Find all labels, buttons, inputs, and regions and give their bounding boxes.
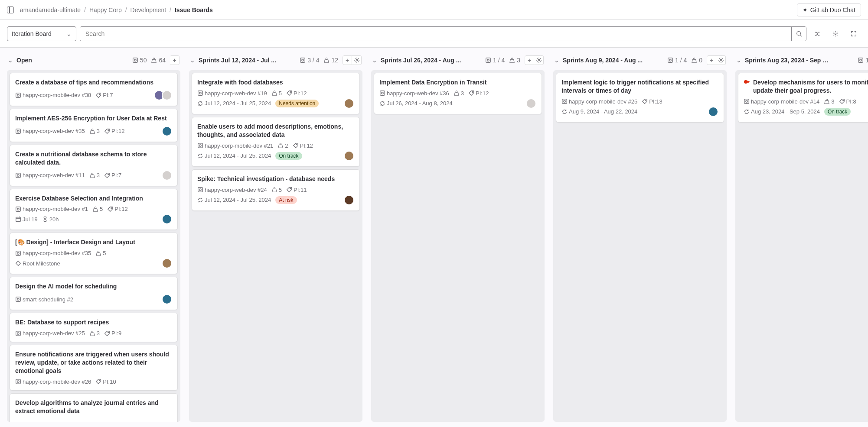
column-body[interactable]: Integrate with food databaseshappy-corp-… bbox=[189, 70, 362, 422]
avatar[interactable] bbox=[162, 214, 172, 224]
card-weight: 5 bbox=[271, 187, 282, 193]
issue-card[interactable]: Implement AES-256 Encryption for User Da… bbox=[10, 109, 178, 142]
breadcrumb-item[interactable]: Issue Boards bbox=[175, 6, 213, 13]
avatar[interactable] bbox=[162, 258, 172, 268]
avatar[interactable] bbox=[344, 195, 354, 205]
issue-card[interactable]: Ensure notifications are triggered when … bbox=[10, 345, 178, 391]
assignee-avatars[interactable] bbox=[526, 98, 536, 109]
svg-point-0 bbox=[796, 31, 800, 35]
issue-card[interactable]: Exercise Database Selection and Integrat… bbox=[10, 189, 178, 230]
issue-card[interactable]: Develop algorithms to analyze journal en… bbox=[10, 393, 178, 422]
issue-card[interactable]: Create a nutritional database schema to … bbox=[10, 145, 178, 186]
assignee-avatars[interactable] bbox=[708, 107, 718, 117]
breadcrumb-item[interactable]: amandarueda-ultimate bbox=[20, 6, 81, 13]
issues-count: 1 / 4 bbox=[485, 57, 505, 64]
issue-card[interactable]: Spike: Technical investigation - databas… bbox=[192, 169, 360, 211]
column-body[interactable]: Implement Data Encryption in Transithapp… bbox=[371, 70, 545, 422]
svg-rect-57 bbox=[380, 91, 385, 96]
search-button[interactable] bbox=[791, 27, 806, 41]
column-body[interactable]: Develop mechanisms for users to monitor … bbox=[735, 70, 868, 422]
svg-point-33 bbox=[108, 332, 109, 333]
sidebar-toggle-icon[interactable] bbox=[7, 6, 14, 13]
chevron-down-icon[interactable]: ⌄ bbox=[190, 57, 195, 64]
add-issue-button[interactable]: + bbox=[525, 55, 534, 65]
avatar[interactable] bbox=[344, 98, 354, 109]
add-issue-button[interactable]: + bbox=[707, 55, 716, 65]
column-settings-button[interactable] bbox=[716, 55, 726, 65]
duo-chat-button[interactable]: ✦ GitLab Duo Chat bbox=[797, 3, 861, 16]
status-badge: Needs attention bbox=[275, 100, 319, 107]
avatar[interactable] bbox=[162, 126, 172, 136]
iteration-dates: Jul 26, 2024 - Aug 8, 2024 bbox=[379, 100, 453, 107]
avatar[interactable] bbox=[162, 90, 172, 100]
project-ref: happy-corp-web-dev #11 bbox=[15, 172, 85, 178]
card-label: PI:7 bbox=[104, 172, 121, 178]
iteration-dates: Jul 12, 2024 - Jul 25, 2024 bbox=[197, 197, 271, 203]
assignee-avatars[interactable] bbox=[162, 214, 172, 224]
add-issue-button[interactable]: + bbox=[170, 55, 179, 65]
assignee-avatars[interactable] bbox=[344, 151, 354, 161]
column-body[interactable]: Create a database of tips and recommenda… bbox=[7, 70, 180, 422]
project-ref: happy-corp-mobile-dev #35 bbox=[15, 250, 91, 256]
avatar[interactable] bbox=[708, 107, 718, 117]
sparkle-icon: ✦ bbox=[803, 6, 808, 13]
card-weight: 5 bbox=[271, 90, 282, 97]
search-input[interactable] bbox=[80, 27, 791, 41]
avatar[interactable] bbox=[526, 98, 536, 109]
issue-card[interactable]: BE: Database to support recipeshappy-cor… bbox=[10, 313, 178, 342]
fullscreen-button[interactable] bbox=[846, 26, 861, 41]
chevron-down-icon[interactable]: ⌄ bbox=[736, 57, 741, 64]
assignee-avatars[interactable] bbox=[344, 98, 354, 109]
column-settings-button[interactable] bbox=[534, 55, 544, 65]
board-selector[interactable]: Iteration Board ⌄ bbox=[7, 26, 76, 41]
issue-card[interactable]: Create a database of tips and recommenda… bbox=[10, 73, 178, 106]
chevron-down-icon[interactable]: ⌄ bbox=[554, 57, 559, 64]
card-title: Spike: Technical investigation - databas… bbox=[197, 175, 354, 183]
svg-rect-13 bbox=[16, 173, 21, 178]
column-settings-button[interactable] bbox=[352, 55, 362, 65]
column-body[interactable]: Implement logic to trigger notifications… bbox=[553, 70, 727, 422]
avatar[interactable] bbox=[344, 151, 354, 161]
svg-point-10 bbox=[17, 130, 19, 132]
assignee-avatars[interactable] bbox=[162, 294, 172, 304]
issue-card[interactable]: Integrate with food databaseshappy-corp-… bbox=[192, 73, 360, 114]
svg-point-27 bbox=[98, 251, 100, 253]
breadcrumb-item[interactable]: Happy Corp bbox=[89, 6, 122, 13]
breadcrumb-item[interactable]: Development bbox=[131, 6, 166, 13]
assignee-avatars[interactable] bbox=[162, 126, 172, 136]
issue-card[interactable]: Implement Data Encryption in Transithapp… bbox=[374, 73, 542, 114]
svg-point-18 bbox=[17, 208, 19, 210]
add-issue-button[interactable]: + bbox=[343, 55, 352, 65]
issue-card[interactable]: [🎨 Design] - Interface Design and Layout… bbox=[10, 233, 178, 274]
svg-point-11 bbox=[91, 129, 93, 131]
svg-point-32 bbox=[91, 331, 93, 333]
time-estimate: 20h bbox=[42, 216, 59, 223]
svg-point-51 bbox=[274, 188, 275, 189]
avatar[interactable] bbox=[162, 294, 172, 304]
board-settings-button[interactable] bbox=[828, 26, 843, 41]
issue-card[interactable]: Design the AI model for schedulingsmart-… bbox=[10, 277, 178, 310]
issue-card[interactable]: Implement logic to trigger notifications… bbox=[556, 73, 724, 123]
svg-point-12 bbox=[108, 129, 109, 130]
assignee-avatars[interactable] bbox=[344, 195, 354, 205]
assignee-avatars[interactable] bbox=[162, 170, 172, 181]
assignee-avatars[interactable] bbox=[154, 90, 172, 100]
board-column: ⌄ Open 50 64 + Create a database of tips… bbox=[7, 53, 180, 422]
epic-swimlanes-button[interactable] bbox=[810, 26, 825, 41]
svg-rect-17 bbox=[16, 207, 21, 212]
svg-rect-53 bbox=[486, 58, 491, 63]
chevron-down-icon[interactable]: ⌄ bbox=[8, 57, 13, 64]
card-weight: 2 bbox=[277, 142, 288, 149]
issue-card[interactable]: Develop mechanisms for users to monitor … bbox=[738, 73, 868, 123]
avatar[interactable] bbox=[162, 170, 172, 181]
svg-point-40 bbox=[356, 59, 358, 61]
svg-point-58 bbox=[382, 92, 383, 94]
chevron-down-icon[interactable]: ⌄ bbox=[372, 57, 377, 64]
svg-rect-61 bbox=[668, 58, 673, 63]
card-label: PI:8 bbox=[839, 98, 856, 105]
card-label: PI:9 bbox=[104, 330, 121, 336]
issue-card[interactable]: Enable users to add mood descriptions, e… bbox=[192, 117, 360, 167]
assignee-avatars[interactable] bbox=[162, 258, 172, 268]
svg-point-4 bbox=[134, 59, 136, 61]
status-badge: On track bbox=[824, 108, 851, 116]
